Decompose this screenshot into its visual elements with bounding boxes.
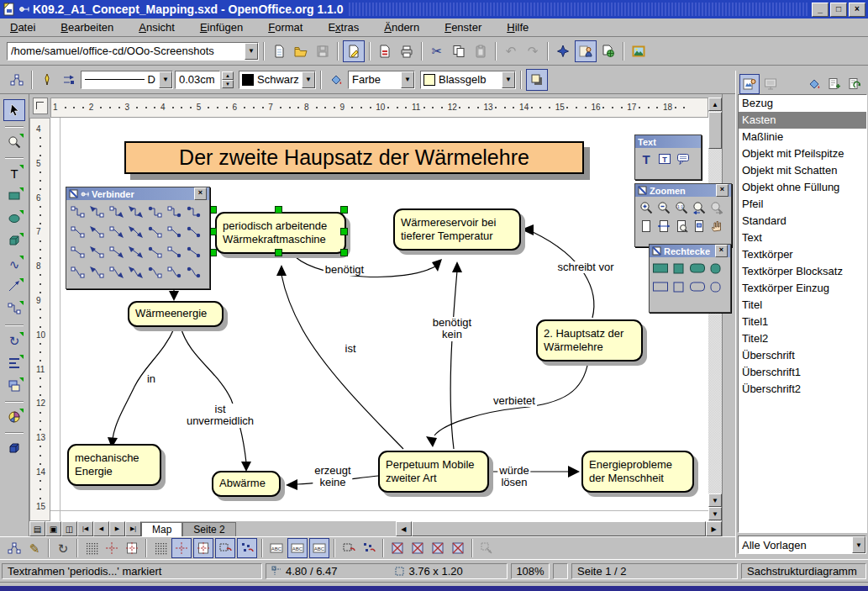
style-item-standard[interactable]: Standard — [739, 213, 866, 230]
line-connector-arrow-arrow-icon[interactable] — [126, 222, 145, 242]
elbow-connector-arrow-arrow-icon[interactable] — [126, 202, 145, 222]
menu-format[interactable]: Format — [266, 20, 304, 34]
edge-label[interactable]: ist — [344, 343, 358, 355]
maximize-button[interactable]: □ — [830, 3, 847, 17]
tab-seite-2[interactable]: Seite 2 — [182, 522, 235, 536]
snap-to-object-points-icon[interactable] — [237, 538, 257, 558]
elbow-connector-circle-circle-icon[interactable] — [184, 202, 203, 222]
selection-handle[interactable] — [209, 228, 217, 235]
edit-file-icon[interactable] — [343, 40, 365, 62]
rectangle-filled-icon[interactable] — [651, 259, 670, 277]
close-icon[interactable]: × — [716, 184, 729, 197]
title-bar[interactable]: K09.2_A1_Concept_Mapping.sxd - OpenOffic… — [0, 0, 868, 18]
close-button[interactable]: × — [849, 3, 865, 17]
style-item-pfeil[interactable]: Pfeil — [739, 196, 866, 213]
selection-handle[interactable] — [340, 228, 348, 235]
pan-hand-icon[interactable] — [708, 217, 725, 235]
snap-to-snap-lines-icon[interactable] — [171, 538, 192, 558]
fill-format-mode-icon[interactable] — [805, 75, 823, 93]
selection-handle[interactable] — [275, 249, 282, 256]
pin-icon[interactable] — [81, 190, 89, 198]
hscroll-right-button[interactable]: ▶ — [706, 521, 722, 536]
tab-map[interactable]: Map — [141, 522, 182, 536]
load-url-input[interactable] — [8, 45, 245, 57]
status-position-size[interactable]: 4.80 / 6.47 3.76 x 1.20 — [266, 563, 508, 579]
style-filter-dropdown[interactable]: ▼ — [852, 536, 865, 553]
elbow-connector-square-square-icon[interactable] — [68, 202, 87, 222]
zoom-tool-icon[interactable] — [4, 132, 24, 152]
selection-handle[interactable] — [340, 206, 348, 214]
straight-connector-circle-square-icon[interactable] — [145, 242, 165, 262]
ellipse-tool-icon[interactable] — [4, 208, 24, 229]
rounded-square-filled-icon[interactable] — [707, 259, 725, 277]
insert-tool-icon[interactable] — [4, 407, 24, 427]
zoom-in-icon[interactable] — [637, 198, 655, 217]
select-tool-icon[interactable] — [3, 99, 25, 121]
style-item-titel1[interactable]: Titel1 — [739, 314, 866, 330]
horizontal-scroll-thumb[interactable] — [412, 521, 706, 536]
hyperlink-dialog-icon[interactable] — [598, 41, 618, 61]
map-title[interactable]: Der zweite Haupsatz der Wärmelehre — [124, 141, 584, 174]
new-document-icon[interactable] — [269, 41, 289, 61]
line-style-combo[interactable]: D ▼ — [81, 71, 173, 89]
line-style-dropdown[interactable]: ▼ — [159, 71, 172, 88]
selection-handle[interactable] — [340, 249, 348, 256]
status-template[interactable]: Sachstrukturdiagramm — [741, 563, 866, 579]
snap-to-grid-icon[interactable] — [151, 539, 170, 557]
ruler-origin[interactable] — [29, 94, 50, 118]
fill-color-combo[interactable]: Blassgelb ▼ — [420, 71, 516, 89]
close-icon[interactable]: × — [715, 245, 728, 257]
arrow-style-icon[interactable] — [59, 70, 79, 90]
3d-controller-icon[interactable] — [4, 438, 24, 458]
quick-edit-icon[interactable]: ABC — [267, 539, 286, 557]
style-item-textk-rper[interactable]: Textkörper — [739, 246, 866, 263]
next-page-icon[interactable]: ▶ — [109, 521, 125, 536]
menu-extras[interactable]: Extras — [326, 20, 360, 34]
save-document-icon[interactable] — [313, 41, 333, 61]
menu-datei[interactable]: Datei — [8, 20, 37, 34]
curve-connector-circle-square-icon[interactable] — [145, 262, 165, 282]
previous-page-icon[interactable]: ◀ — [93, 521, 109, 536]
zoom-out-icon[interactable] — [655, 198, 672, 217]
zoom-next-icon[interactable] — [708, 198, 725, 217]
line-connector-square-circle-icon[interactable] — [165, 222, 184, 242]
direct-edit-icon[interactable]: ✎ — [25, 539, 44, 557]
selection-handle[interactable] — [209, 206, 217, 214]
edge-label[interactable]: in — [145, 373, 157, 385]
style-item-titel2[interactable]: Titel2 — [739, 330, 866, 347]
map-node-mechanische-energie[interactable]: mechanische Energie — [67, 444, 161, 486]
arrange-tool-icon[interactable] — [4, 376, 24, 396]
zoom-page-width-icon[interactable] — [655, 217, 672, 235]
edge-label[interactable]: erzeugt keine — [313, 465, 352, 489]
menu-bearbeiten[interactable]: Bearbeiten — [59, 20, 115, 34]
style-item-ma-linie[interactable]: Maßlinie — [739, 129, 866, 145]
edge-label[interactable]: würde lösen — [497, 465, 530, 489]
create-with-attributes-icon[interactable] — [360, 539, 378, 557]
graphics-styles-icon[interactable] — [739, 74, 760, 94]
view-mode-2-icon[interactable]: ▣ — [45, 521, 61, 536]
style-item-titel[interactable]: Titel — [739, 297, 866, 314]
rounded-rectangle-icon[interactable] — [688, 277, 707, 296]
style-item--berschrift[interactable]: Überschrift — [739, 347, 866, 364]
status-zoom[interactable]: 108% — [511, 563, 550, 579]
style-item-textk-rper-einzug[interactable]: Textkörper Einzug — [739, 280, 866, 297]
drawing-canvas[interactable]: Der zweite Haupsatz der Wärmelehre perio… — [50, 118, 708, 521]
close-icon[interactable]: × — [194, 187, 207, 200]
menu-einfgen[interactable]: Einfügen — [198, 20, 245, 34]
edge-label[interactable]: schreibt vor — [555, 261, 615, 273]
curve-connector-square-square-icon[interactable] — [68, 262, 87, 282]
show-grid-icon[interactable] — [82, 539, 101, 557]
line-dialog-icon[interactable] — [37, 70, 57, 90]
edge-label[interactable]: benötigt kein — [431, 317, 473, 341]
menu-fenster[interactable]: Fenster — [443, 20, 483, 34]
scroll-down-button[interactable]: ▼ — [708, 493, 722, 507]
area-dialog-icon[interactable] — [326, 70, 346, 90]
modify-with-attributes-icon[interactable] — [339, 539, 358, 557]
text-palette-title-bar[interactable]: Text — [635, 135, 701, 148]
elbow-connector-circle-square-icon[interactable] — [145, 202, 165, 222]
lines-arrows-tool-icon[interactable] — [4, 277, 24, 297]
line-connector-circle-square-icon[interactable] — [145, 222, 165, 242]
navigator-icon[interactable] — [553, 41, 573, 61]
menu-ansicht[interactable]: Ansicht — [137, 20, 176, 34]
undo-icon[interactable]: ↶ — [501, 41, 521, 61]
